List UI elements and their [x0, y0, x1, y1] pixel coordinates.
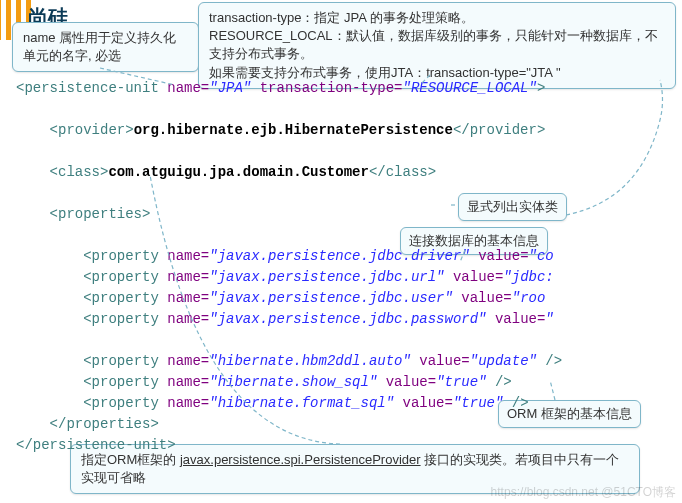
tag-provider-open: <provider> — [50, 122, 134, 138]
text-class: com.atguigu.jpa.domain.Customer — [108, 164, 368, 180]
p2-name: "javax.persistence.jdbc.url" — [209, 269, 444, 285]
p1-name: "javax.persistence.jdbc.driver" — [209, 248, 469, 264]
p7-name: "hibernate.format_sql" — [209, 395, 394, 411]
p6-name: "hibernate.show_sql" — [209, 374, 377, 390]
tag-class-close: </class> — [369, 164, 436, 180]
val-transaction-type: "RESOURCE_LOCAL" — [403, 80, 537, 96]
p1-val: "co — [529, 248, 554, 264]
p3-name: "javax.persistence.jdbc.user" — [209, 290, 453, 306]
p3-val: "roo — [512, 290, 546, 306]
val-name: "JPA" — [209, 80, 251, 96]
attr-transaction-type: transaction-type= — [260, 80, 403, 96]
tag-provider-close: </provider> — [453, 122, 545, 138]
tag-class-open: <class> — [50, 164, 109, 180]
p5-name: "hibernate.hbm2ddl.auto" — [209, 353, 411, 369]
tag-persistence-unit-open: <persistence-unit — [16, 80, 159, 96]
callout-name-attr: name 属性用于定义持久化单元的名字, 必选 — [12, 22, 199, 72]
xml-code-block: <persistence-unit name="JPA" transaction… — [0, 70, 682, 464]
tag-persistence-unit-close: </persistence-unit> — [16, 437, 176, 453]
tag-gt: > — [537, 80, 545, 96]
p6-val: "true" — [436, 374, 486, 390]
p7-val: "true" — [453, 395, 503, 411]
attr-name: name= — [167, 80, 209, 96]
p4-name: "javax.persistence.jdbc.password" — [209, 311, 486, 327]
tag-properties-open: <properties> — [50, 206, 151, 222]
text-provider: org.hibernate.ejb.HibernatePersistence — [134, 122, 453, 138]
callout-tt-line2: RESOURCE_LOCAL：默认值，数据库级别的事务，只能针对一种数据库，不支… — [209, 27, 665, 63]
p5-val: "update" — [470, 353, 537, 369]
p4-val: " — [545, 311, 553, 327]
p2-val: "jdbc: — [503, 269, 553, 285]
tag-properties-close: </properties> — [50, 416, 159, 432]
callout-tt-line1: transaction-type：指定 JPA 的事务处理策略。 — [209, 9, 665, 27]
watermark: https://blog.csdn.net @51CTO博客 — [491, 484, 676, 501]
tag-property: <property — [83, 248, 159, 264]
